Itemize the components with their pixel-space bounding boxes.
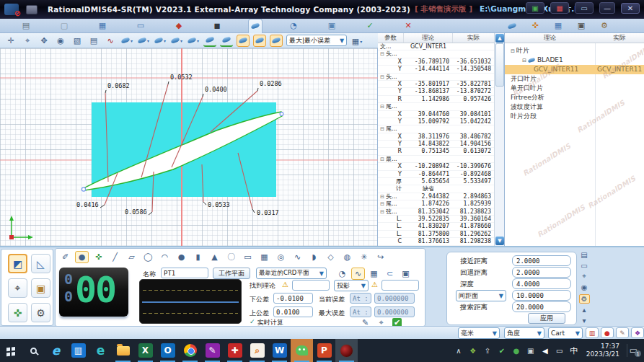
color-settings-icon[interactable]: ❖ bbox=[631, 327, 644, 338]
table-row[interactable]: ⊟尾...1.8742261.825939 bbox=[378, 200, 495, 208]
color-diamond-tab-icon[interactable]: ◆ bbox=[172, 19, 186, 32]
cone-button[interactable]: ▲ bbox=[208, 251, 221, 263]
strip-scroll-down-icon[interactable]: ▾ bbox=[579, 317, 590, 325]
notification-center-icon[interactable]: ▭1 bbox=[627, 344, 640, 357]
blade-panel-tab-icon[interactable] bbox=[505, 19, 519, 32]
table-row[interactable]: ⊟尾... bbox=[378, 125, 495, 133]
angle-dropdown[interactable]: 角度▼ bbox=[504, 327, 544, 339]
window-small-icon[interactable]: ▦ bbox=[551, 19, 565, 32]
antivirus-tray-icon[interactable]: ✔ bbox=[497, 347, 507, 355]
tree-item-叶片[interactable]: ⊟叶片 bbox=[505, 46, 644, 56]
capture-view-button[interactable]: ▣ bbox=[399, 268, 413, 280]
scroll-up-icon[interactable]: ▲ bbox=[495, 34, 504, 43]
table-row[interactable]: ⊟头... bbox=[378, 74, 495, 81]
blade-eval-icon[interactable]: ▾ bbox=[154, 35, 167, 47]
table-tab-icon[interactable]: ▦ bbox=[95, 19, 110, 32]
curve-tolerance-icon[interactable] bbox=[220, 35, 233, 47]
coordinate-dropdown[interactable]: Cart▼ bbox=[548, 327, 583, 339]
table-row[interactable]: R1.1429860.957426 bbox=[378, 96, 495, 103]
coordinate-button[interactable]: ✜ bbox=[92, 251, 105, 263]
curve-scan-icon[interactable]: ∿ bbox=[104, 35, 117, 47]
wechat-tray-icon[interactable]: ● bbox=[511, 347, 521, 355]
curve-button[interactable]: ∿ bbox=[291, 251, 304, 263]
fit-view-icon[interactable]: ✛ bbox=[4, 35, 17, 47]
ellipse-button[interactable]: 〇 bbox=[224, 251, 238, 263]
ink-tab-icon[interactable]: ◼ bbox=[210, 19, 224, 32]
apply-button[interactable]: 应用 bbox=[528, 313, 565, 324]
edge-icon[interactable]: e bbox=[89, 339, 112, 362]
table-row[interactable]: 计缺省 bbox=[378, 185, 495, 193]
gpu-tray-icon[interactable]: ❖ bbox=[468, 347, 478, 355]
settings-strip-icon[interactable]: ⚙ bbox=[579, 294, 590, 304]
blue-app-icon[interactable]: ▥ bbox=[67, 339, 89, 362]
counter-icon[interactable]: ▦ bbox=[550, 2, 569, 14]
param-input[interactable]: 20.0000 bbox=[512, 301, 571, 312]
table-row[interactable]: Y14.84382214.904156 bbox=[378, 141, 495, 148]
param-input[interactable]: 4.0000 bbox=[512, 278, 571, 289]
cylinder-button[interactable]: ▮ bbox=[191, 251, 205, 263]
param-input[interactable]: 2.0000 bbox=[512, 267, 571, 278]
app-icon[interactable] bbox=[4, 4, 19, 15]
clock[interactable]: 17:37 2023/3/21 bbox=[586, 343, 619, 358]
document-tab-icon[interactable]: ▢ bbox=[57, 19, 71, 32]
arc-button[interactable]: ◠ bbox=[158, 251, 172, 263]
ie-icon[interactable]: e bbox=[45, 339, 67, 362]
word-icon[interactable]: W bbox=[268, 339, 291, 362]
blade-tab-icon[interactable] bbox=[248, 19, 263, 33]
polygon-button[interactable]: ◇ bbox=[324, 251, 338, 263]
sphere-button[interactable]: ● bbox=[175, 251, 188, 263]
gear-button[interactable]: ✳ bbox=[357, 251, 371, 263]
monitor-tab-icon[interactable]: ▭ bbox=[133, 19, 148, 32]
dual-monitor-icon[interactable]: ▭ bbox=[575, 2, 594, 14]
table-row[interactable]: X-36.789170-36.651032 bbox=[378, 58, 495, 66]
rationaldmis-icon[interactable] bbox=[335, 339, 358, 362]
pan-icon[interactable]: ✥ bbox=[38, 35, 50, 47]
tree-header-actual[interactable]: 实际 bbox=[595, 33, 644, 43]
table-row[interactable]: ⊟尾... bbox=[378, 103, 495, 110]
collapse-icon[interactable]: ⊟ bbox=[380, 156, 384, 162]
scroll-thumb[interactable] bbox=[495, 43, 504, 87]
plane-button[interactable]: ▱ bbox=[125, 251, 138, 263]
graph-view-button[interactable]: ∿ bbox=[351, 268, 365, 280]
probe-paint-icon[interactable]: ✐ bbox=[58, 251, 72, 263]
plan-tab-icon[interactable]: ▤ bbox=[19, 19, 33, 32]
curve-deviation-icon[interactable] bbox=[203, 35, 216, 47]
tree-item-单开口叶片[interactable]: 单开口叶片 bbox=[505, 84, 644, 93]
table-row[interactable]: R0.7513450.613072 bbox=[378, 148, 495, 155]
table-row[interactable]: Y-0.864471-0.892468 bbox=[378, 171, 495, 178]
start-button[interactable] bbox=[0, 339, 22, 362]
table-row[interactable]: X-10.208942-10.399676 bbox=[378, 163, 495, 170]
clamp-view-button[interactable]: ⊂ bbox=[383, 268, 397, 280]
gauge-button[interactable]: ◺ bbox=[31, 254, 50, 273]
surface-button[interactable]: ◗ bbox=[307, 251, 321, 263]
column-header-param[interactable]: 参数 bbox=[378, 33, 404, 43]
table-row[interactable]: 厚5.6356545.533497 bbox=[378, 178, 495, 185]
probe-status-icon[interactable]: ▣ bbox=[526, 2, 544, 14]
blade-view-1-button[interactable] bbox=[237, 35, 250, 47]
wechat-icon[interactable] bbox=[291, 339, 313, 362]
select-region-icon[interactable]: ▧ bbox=[71, 35, 84, 47]
tree-item-gcvinter11[interactable]: GCV_INTER11GCV_INTER11 bbox=[505, 65, 644, 74]
point-button[interactable]: ● bbox=[75, 251, 89, 263]
line-button[interactable]: ╱ bbox=[108, 251, 122, 263]
zoom-region-icon[interactable]: ⌖ bbox=[21, 35, 34, 47]
table-row[interactable]: ⊟弦...81.35304281.238823 bbox=[378, 208, 495, 216]
close-red-tab-icon[interactable]: ✕ bbox=[401, 19, 415, 32]
collapse-icon[interactable]: ⊟ bbox=[380, 104, 384, 110]
unit-dropdown[interactable]: 毫米▼ bbox=[458, 327, 500, 339]
param-input[interactable]: 2.0000 bbox=[512, 255, 571, 266]
ime-indicator[interactable]: 中 bbox=[569, 345, 579, 356]
axes-button[interactable]: ✜ bbox=[8, 303, 27, 322]
table-row[interactable]: Y-14.444114-14.350548 bbox=[378, 66, 495, 73]
blade-measure-icon[interactable]: ▾ bbox=[120, 35, 133, 47]
realtime-checkbox[interactable]: ✓ bbox=[250, 318, 255, 325]
collapse-icon[interactable]: ⊟ bbox=[380, 74, 384, 80]
check-tab-icon[interactable]: ✓ bbox=[363, 19, 377, 32]
circle-button[interactable]: ◯ bbox=[141, 251, 155, 263]
table-row[interactable]: X39.04476039.084101 bbox=[378, 111, 495, 118]
table-row[interactable]: L.81.37580081.296262 bbox=[378, 231, 495, 238]
scroll-down-icon[interactable]: ▼ bbox=[495, 237, 504, 245]
table-row[interactable]: 文...GCV_INTER1 bbox=[378, 43, 495, 50]
table-row[interactable]: Y-13.868137-13.870272 bbox=[378, 88, 495, 95]
blade-report-icon[interactable]: ▾ bbox=[187, 35, 200, 47]
